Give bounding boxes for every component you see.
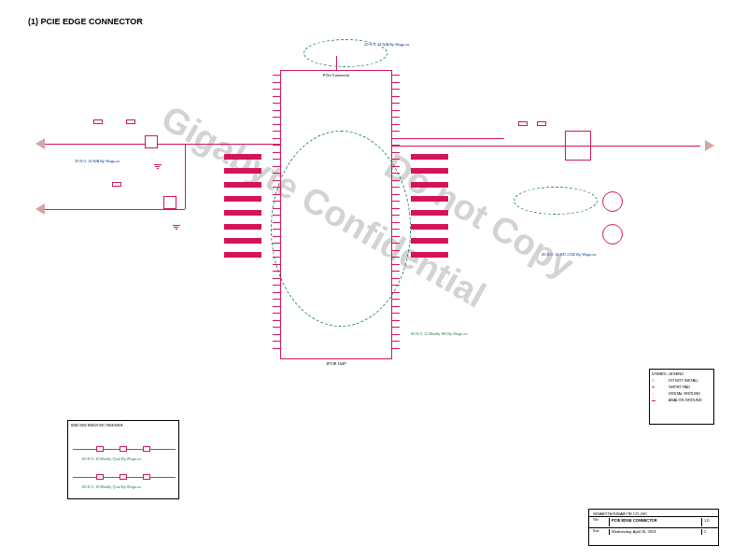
comp-left-1 xyxy=(93,119,103,124)
pin-left-5 xyxy=(273,110,280,111)
title-block: GIGABYTE/GIGABYTE CO.,INC Title PCIE EDG… xyxy=(588,509,719,546)
note-oval-center xyxy=(271,131,411,327)
wire-right-main xyxy=(392,146,700,147)
pin-right-23 xyxy=(392,236,400,237)
comp-left-2 xyxy=(126,119,135,124)
bus-l4 xyxy=(224,196,261,202)
pin-left-18 xyxy=(273,201,280,202)
pin-right-28 xyxy=(392,271,400,272)
pin-right-35 xyxy=(392,320,400,321)
pin-left-17 xyxy=(273,194,280,195)
note-right: 60 N 0, 11 B/D 2200 By Waga.xx xyxy=(542,252,597,257)
page-title: (1) PCIE EDGE CONNECTOR xyxy=(28,17,143,26)
pin-right-39 xyxy=(392,348,400,349)
pin-left-1 xyxy=(273,82,280,83)
pin-left-6 xyxy=(273,117,280,118)
pin-left-10 xyxy=(273,145,280,146)
pin-right-15 xyxy=(392,180,400,181)
sub-note-1: 60 N 0, 10 Modify Qual By Waga.xx xyxy=(82,456,141,461)
pin-left-31 xyxy=(273,292,280,293)
pin-right-29 xyxy=(392,278,400,279)
pin-left-12 xyxy=(273,159,280,160)
pin-right-1 xyxy=(392,82,400,83)
pin-right-2 xyxy=(392,89,400,90)
pin-right-8 xyxy=(392,131,400,132)
pin-right-18 xyxy=(392,201,400,202)
legend-txt-3: ANALOG GROUND xyxy=(669,398,702,402)
pin-right-0 xyxy=(392,75,400,76)
bus-r2 xyxy=(411,168,448,174)
pin-right-17 xyxy=(392,194,400,195)
legend-txt-1: SHORT PAD xyxy=(669,385,690,389)
pin-right-38 xyxy=(392,341,400,342)
pin-right-25 xyxy=(392,250,400,251)
bus-l3 xyxy=(224,182,261,188)
bus-r5 xyxy=(411,210,448,216)
pin-right-11 xyxy=(392,152,400,153)
tb-sheet: 2 xyxy=(702,529,716,535)
pin-right-10 xyxy=(392,145,400,146)
pin-right-9 xyxy=(392,138,400,139)
sub-note-2: 60 N 0, 10 Modify Qual By Waga.xx xyxy=(82,484,141,489)
pin-right-7 xyxy=(392,124,400,125)
legend-sym-2: ⏚ xyxy=(652,391,666,396)
pin-left-38 xyxy=(273,341,280,342)
pin-left-33 xyxy=(273,306,280,307)
note-center: 60 N 0, 12 Modify NR By Waga.xx xyxy=(411,331,468,336)
pin-right-33 xyxy=(392,306,400,307)
tb-company: GIGABYTE/GIGABYTE CO.,INC xyxy=(591,511,649,515)
pin-left-35 xyxy=(273,320,280,321)
bus-r4 xyxy=(411,196,448,202)
pin-right-34 xyxy=(392,313,400,314)
comp-left-3 xyxy=(145,135,158,148)
ic-right-2 xyxy=(602,191,623,212)
bus-r8 xyxy=(411,252,448,258)
pin-right-12 xyxy=(392,159,400,160)
gnd-2 xyxy=(173,224,180,230)
comp-right-2 xyxy=(537,121,546,126)
pin-left-24 xyxy=(273,243,280,244)
legend-txt-2: DIGITAL GROUND xyxy=(669,391,700,396)
bus-r1 xyxy=(411,154,448,160)
pin-left-30 xyxy=(273,285,280,286)
bus-r6 xyxy=(411,224,448,230)
pin-left-34 xyxy=(273,313,280,314)
bus-l2 xyxy=(224,168,261,174)
pin-right-24 xyxy=(392,243,400,244)
port-pcie-left-2 xyxy=(35,203,45,215)
wire-left-main xyxy=(45,144,280,145)
port-pcie-right-1 xyxy=(705,140,714,151)
pin-left-21 xyxy=(273,222,280,223)
tb-date: Wednesday, April 26, 2023 xyxy=(610,529,702,535)
pin-left-7 xyxy=(273,124,280,125)
wire-left-v1 xyxy=(185,144,186,209)
pin-right-37 xyxy=(392,334,400,335)
pin-left-15 xyxy=(273,180,280,181)
sub-comp-4 xyxy=(96,474,104,480)
pin-right-19 xyxy=(392,208,400,209)
pin-left-13 xyxy=(273,166,280,167)
pin-left-16 xyxy=(273,187,280,188)
tb-rev: 1.0 xyxy=(702,518,716,526)
note-top: 20 N 0, 13 N/A By Waga.xx xyxy=(364,42,409,47)
pin-right-27 xyxy=(392,264,400,265)
pin-left-36 xyxy=(273,327,280,328)
gnd-1 xyxy=(154,163,162,169)
pin-left-14 xyxy=(273,173,280,174)
pin-right-21 xyxy=(392,222,400,223)
pin-right-13 xyxy=(392,166,400,167)
legend-title: SYMBOL LEGEND xyxy=(652,371,712,376)
subcircuit-box: B3301 B3N2 B3302/G B3C OBNE 806H8 60 N 0… xyxy=(67,420,179,499)
sub-comp-2 xyxy=(120,446,127,452)
wire-left-2 xyxy=(45,209,185,210)
ic-ref: JPCIE 164P xyxy=(326,361,346,366)
bus-l5 xyxy=(224,210,261,216)
pin-left-0 xyxy=(273,75,280,76)
pin-left-39 xyxy=(273,348,280,349)
pin-left-4 xyxy=(273,103,280,104)
legend-sym-0: □ xyxy=(652,378,666,383)
pin-right-36 xyxy=(392,327,400,328)
ic-right-3 xyxy=(602,224,623,245)
pin-right-31 xyxy=(392,292,400,293)
pin-left-27 xyxy=(273,264,280,265)
